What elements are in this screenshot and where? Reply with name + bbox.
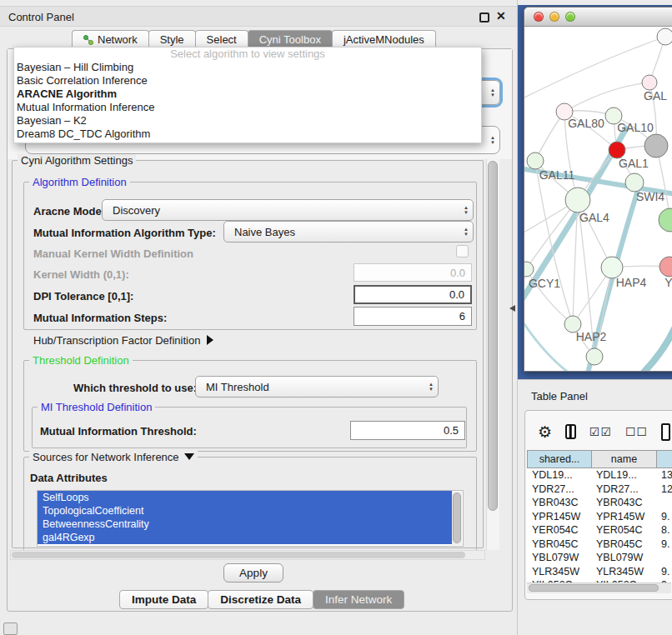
algorithm-dropdown-popup: Select algorithm to view settings Bayesi… xyxy=(13,47,482,143)
expanded-arrow-icon[interactable] xyxy=(184,453,194,460)
network-canvas[interactable]: GALGAL80GAL10GAL1GAL11SWI4GAL4YGCY1HAP4H… xyxy=(524,27,672,372)
tab-select[interactable]: Select xyxy=(195,30,248,48)
apply-button[interactable]: Apply xyxy=(223,563,283,582)
column-header-name[interactable]: name xyxy=(591,450,657,468)
table-panel-title: Table Panel xyxy=(531,390,588,402)
hub-definition-toggle[interactable]: Hub/Transcription Factor Definition xyxy=(33,334,213,347)
mi-threshold-field[interactable]: 0.5 xyxy=(350,421,465,440)
node-label-gal11: GAL11 xyxy=(539,168,575,182)
tab-discretize-data[interactable]: Discretize Data xyxy=(208,590,313,609)
network-node[interactable] xyxy=(657,28,672,45)
network-node-gal1[interactable] xyxy=(609,142,625,158)
which-threshold-value: MI Threshold xyxy=(206,381,269,393)
network-edge[interactable] xyxy=(526,200,578,269)
network-edge[interactable] xyxy=(643,307,672,372)
tab-infer-network[interactable]: Infer Network xyxy=(313,590,404,609)
node-label-hap4: HAP4 xyxy=(616,276,647,289)
data-attributes-list[interactable]: SelfLoopsTopologicalCoefficientBetweenne… xyxy=(37,490,464,547)
algorithm-option-mutual-information-inference[interactable]: Mutual Information Inference xyxy=(14,101,481,114)
table-row[interactable]: YBR043CYBR043C xyxy=(527,496,672,510)
network-edge[interactable] xyxy=(524,317,569,372)
minimize-traffic-light[interactable] xyxy=(549,12,559,22)
dpi-tolerance-label: DPI Tolerance [0,1]: xyxy=(33,290,133,302)
deselect-all-checks-icon[interactable]: ☐☐ xyxy=(625,425,648,438)
network-node-gal11[interactable] xyxy=(527,152,544,169)
close-traffic-light[interactable] xyxy=(534,12,544,22)
attribute-item-gal4rgexp[interactable]: gal4RGexp xyxy=(38,531,452,544)
table-cell xyxy=(656,496,672,510)
table-row[interactable]: YLR345WYLR345W9. xyxy=(527,565,672,579)
which-threshold-combo[interactable]: MI Threshold ▲▼ xyxy=(195,376,439,398)
network-view-window[interactable]: GALGAL80GAL10GAL1GAL11SWI4GAL4YGCY1HAP4H… xyxy=(524,7,672,372)
network-desktop: GALGAL80GAL10GAL1GAL11SWI4GAL4YGCY1HAP4H… xyxy=(518,5,672,379)
tab-impute-data[interactable]: Impute Data xyxy=(119,590,208,609)
table-cell: YDR27... xyxy=(527,482,591,497)
network-node-gal[interactable] xyxy=(642,75,657,90)
table-row[interactable]: YBL079WYBL079W xyxy=(527,551,672,565)
split-handle-icon[interactable] xyxy=(509,305,515,312)
table-row[interactable]: YDL19...YDL19...13 xyxy=(527,468,672,482)
zoom-traffic-light[interactable] xyxy=(565,12,575,22)
float-window-icon[interactable] xyxy=(479,12,489,22)
table-cell: YBL079W xyxy=(591,551,656,565)
gear-icon[interactable]: ⚙ xyxy=(538,424,552,440)
column-header-shared[interactable]: shared... xyxy=(527,450,592,468)
collapsed-panel-icon[interactable] xyxy=(3,622,18,635)
tab-jactivemnodules[interactable]: jActiveMNodules xyxy=(332,30,436,48)
network-node-swi4[interactable] xyxy=(625,173,644,192)
tab-label: Cyni Toolbox xyxy=(259,33,321,46)
attribute-item-topologicalcoefficient[interactable]: TopologicalCoefficient xyxy=(38,504,452,518)
close-icon[interactable]: ✕ xyxy=(496,9,506,22)
table-cell: 13 xyxy=(656,468,672,482)
tab-style[interactable]: Style xyxy=(148,30,196,48)
table-cell: YBL079W xyxy=(527,551,591,565)
control-panel-title: Control Panel xyxy=(8,11,74,23)
node-label-gcy1: GCY1 xyxy=(529,277,560,290)
node-label-y: Y xyxy=(664,276,672,289)
tab-label: Select xyxy=(207,33,237,46)
document-icon[interactable] xyxy=(661,423,670,441)
kernel-width-field[interactable]: 0.0 xyxy=(354,263,472,282)
table-cell: 12 xyxy=(656,482,672,497)
split-view-icon[interactable] xyxy=(565,424,576,439)
table-row[interactable]: YDR27...YDR27...12 xyxy=(527,482,672,497)
mi-type-combo[interactable]: Naive Bayes ▲▼ xyxy=(223,221,474,242)
scrollbar-thumb[interactable] xyxy=(12,552,465,558)
table-cell: YBR043C xyxy=(591,496,656,510)
network-node-gal4[interactable] xyxy=(565,188,590,212)
scrollbar-thumb[interactable] xyxy=(453,492,461,543)
table-header-row: shared...nameA xyxy=(527,450,672,468)
tab-cyni-toolbox[interactable]: Cyni Toolbox xyxy=(248,30,333,48)
network-node-y[interactable] xyxy=(659,257,672,277)
scrollbar-thumb[interactable] xyxy=(488,161,498,511)
select-all-checks-icon[interactable]: ☑☑ xyxy=(589,425,612,438)
mi-steps-field[interactable]: 6 xyxy=(354,307,472,326)
algorithm-option-bayesian-k2[interactable]: Bayesian – K2 xyxy=(14,114,481,128)
network-edge[interactable] xyxy=(535,161,573,324)
table-row[interactable]: YPR145WYPR145W9. xyxy=(527,510,672,524)
table-row[interactable]: YER054CYER054C8. xyxy=(527,523,672,538)
list-scrollbar[interactable] xyxy=(452,492,462,545)
attribute-item-selfloops[interactable]: SelfLoops xyxy=(38,491,452,504)
table-toolbar: ⚙☑☑☐☐ xyxy=(526,417,670,447)
which-threshold-label: Which threshold to use: xyxy=(73,382,197,394)
tab-network[interactable]: Network xyxy=(72,30,149,48)
dpi-tolerance-field[interactable]: 0.0 xyxy=(354,285,472,304)
algorithm-option-aracne-algorithm[interactable]: ARACNE Algorithm xyxy=(14,88,481,101)
network-node[interactable] xyxy=(659,208,672,232)
table-row[interactable]: YBR045CYBR045C9. xyxy=(527,538,672,552)
algorithm-option-bayesian-hill-climbing[interactable]: Bayesian – Hill Climbing xyxy=(14,61,481,74)
algorithm-option-dream8-dc-tdc-algorithm[interactable]: Dream8 DC_TDC Algorithm xyxy=(14,128,481,141)
network-node[interactable] xyxy=(644,134,668,158)
control-panel-tabs: NetworkStyleSelectCyni ToolboxjActiveMNo… xyxy=(72,30,435,48)
algorithm-option-basic-correlation-inference[interactable]: Basic Correlation Inference xyxy=(14,74,481,88)
scrollbar-thumb[interactable] xyxy=(529,584,659,592)
aracne-mode-combo[interactable]: Discovery ▲▼ xyxy=(102,199,474,221)
attribute-item-betweennesscentrality[interactable]: BetweennessCentrality xyxy=(38,518,452,531)
column-header-a[interactable]: A xyxy=(656,450,672,468)
network-node[interactable] xyxy=(586,348,603,365)
network-edge[interactable] xyxy=(564,82,649,112)
manual-kernel-checkbox[interactable] xyxy=(456,245,469,258)
window-titlebar[interactable] xyxy=(524,8,672,27)
network-node-gcy1[interactable] xyxy=(524,262,534,277)
